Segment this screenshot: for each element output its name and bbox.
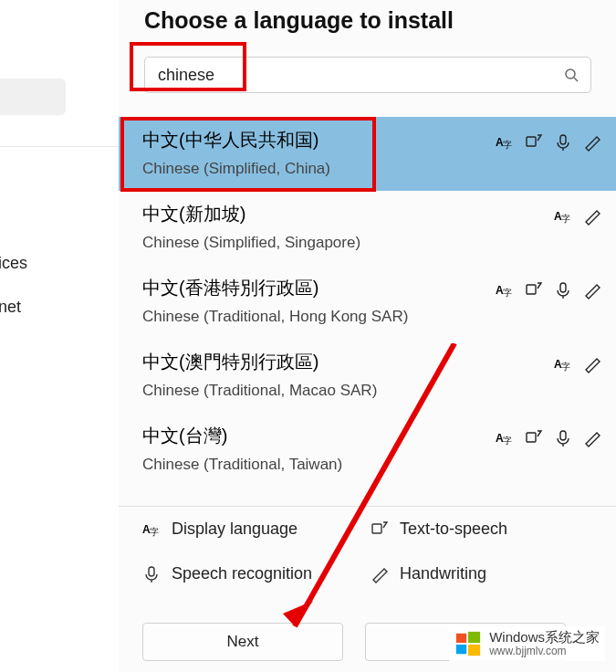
watermark: Windows系统之家 www.bjjmlv.com — [449, 626, 605, 661]
sidebar-selected-pill — [0, 79, 66, 115]
text-to-speech-icon — [371, 520, 389, 539]
svg-rect-11 — [468, 645, 480, 656]
speech-recognition-icon — [554, 281, 572, 299]
speech-recognition-icon — [554, 133, 572, 152]
display-language-icon — [496, 429, 514, 447]
legend-label: Display language — [172, 520, 298, 539]
language-row[interactable]: 中文(中华人民共和国)Chinese (Simplified, China) — [119, 117, 616, 191]
watermark-url: www.bjjmlv.com — [489, 646, 600, 657]
svg-rect-9 — [468, 632, 480, 643]
legend-label: Speech recognition — [172, 564, 312, 583]
sidebar-item[interactable]: ices — [0, 248, 113, 278]
legend-handwriting: Handwriting — [371, 564, 553, 583]
text-to-speech-icon — [525, 429, 543, 447]
legend-text-to-speech: Text-to-speech — [371, 520, 553, 539]
next-button[interactable]: Next — [142, 623, 343, 661]
language-search-input[interactable] — [144, 57, 591, 93]
handwriting-icon — [583, 429, 601, 447]
display-language-icon — [496, 281, 514, 299]
feature-legend: Display language Text-to-speech Speech r… — [119, 506, 616, 596]
settings-sidebar: ices net — [0, 0, 119, 672]
language-feature-icons — [496, 429, 601, 447]
language-row[interactable]: 中文(澳門特別行政區)Chinese (Traditional, Macao S… — [119, 339, 616, 413]
legend-label: Handwriting — [400, 564, 486, 583]
speech-recognition-icon — [142, 565, 161, 583]
handwriting-icon — [583, 133, 601, 152]
speech-recognition-icon — [554, 429, 572, 447]
language-english-name: Chinese (Simplified, Singapore) — [142, 234, 592, 252]
language-native-name: 中文(澳門特別行政區) — [142, 350, 592, 374]
language-feature-icons — [554, 207, 601, 226]
language-english-name: Chinese (Traditional, Hong Kong SAR) — [142, 308, 592, 326]
windows-logo-icon — [454, 630, 482, 657]
language-feature-icons — [496, 133, 601, 152]
language-install-panel: Choose a language to install 中文(中华人民共和国)… — [119, 0, 616, 672]
language-feature-icons — [554, 355, 601, 373]
language-row[interactable]: 中文(新加坡)Chinese (Simplified, Singapore) — [119, 191, 616, 265]
language-feature-icons — [496, 281, 601, 299]
legend-speech-recognition: Speech recognition — [142, 564, 325, 583]
search-icon[interactable] — [562, 66, 580, 84]
display-language-icon — [554, 355, 572, 373]
language-english-name: Chinese (Traditional, Taiwan) — [142, 456, 592, 474]
svg-rect-8 — [456, 634, 466, 643]
search-field-wrap — [144, 57, 591, 93]
language-english-name: Chinese (Traditional, Macao SAR) — [142, 382, 592, 400]
handwriting-icon — [583, 207, 601, 226]
language-native-name: 中文(新加坡) — [142, 202, 592, 226]
display-language-icon — [554, 207, 572, 226]
handwriting-icon — [583, 281, 601, 299]
legend-display-language: Display language — [142, 520, 325, 539]
watermark-title: Windows系统之家 — [489, 630, 600, 646]
display-language-icon — [496, 133, 514, 152]
svg-rect-10 — [456, 645, 466, 654]
display-language-icon — [142, 520, 161, 539]
text-to-speech-icon — [525, 281, 543, 299]
sidebar-item[interactable]: net — [0, 292, 113, 322]
legend-label: Text-to-speech — [400, 520, 507, 539]
language-row[interactable]: 中文(台灣)Chinese (Traditional, Taiwan) — [119, 413, 616, 487]
handwriting-icon — [371, 565, 389, 583]
language-row[interactable]: 中文(香港特別行政區)Chinese (Traditional, Hong Ko… — [119, 265, 616, 339]
handwriting-icon — [583, 355, 601, 373]
text-to-speech-icon — [525, 133, 543, 152]
language-list: 中文(中华人民共和国)Chinese (Simplified, China)中文… — [119, 117, 616, 487]
language-english-name: Chinese (Simplified, China) — [142, 160, 592, 178]
sidebar-divider — [0, 146, 119, 147]
dialog-title: Choose a language to install — [144, 7, 454, 34]
